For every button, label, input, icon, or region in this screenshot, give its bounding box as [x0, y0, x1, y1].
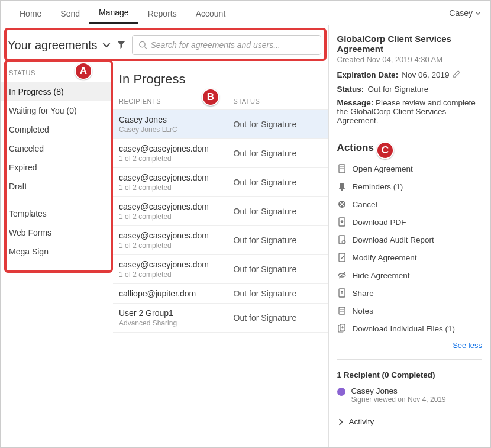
- audit-icon: [337, 235, 347, 244]
- agreement-list: In Progress RECIPIENTS STATUS Casey Jone…: [113, 62, 328, 447]
- action-share[interactable]: Share: [337, 284, 482, 302]
- recipient-main: casey@caseyjones.dom: [119, 231, 234, 240]
- recipient-main: Casey Jones: [119, 115, 234, 124]
- row-status: Out for Signature: [234, 120, 322, 129]
- action-label: Notes: [353, 307, 373, 315]
- sidebar-item-expired[interactable]: Expired: [1, 158, 113, 177]
- chevron-down-icon: [102, 41, 111, 49]
- actions-heading: Actions: [337, 142, 482, 154]
- top-nav: Home Send Manage Reports Account Casey: [1, 1, 490, 25]
- share-icon: [337, 288, 347, 298]
- recipient-main: User 2 Group1: [119, 308, 234, 318]
- search-field-wrap[interactable]: [132, 35, 321, 55]
- svg-rect-16: [339, 307, 345, 314]
- action-open-agreement[interactable]: Open Agreement: [337, 160, 482, 178]
- see-less-link[interactable]: See less: [337, 337, 482, 353]
- list-title: In Progress: [113, 67, 328, 91]
- sidebar-item-megasign[interactable]: Mega Sign: [1, 242, 113, 261]
- row-status: Out for Signature: [234, 236, 322, 245]
- action-hide-agreement[interactable]: Hide Agreement: [337, 266, 482, 284]
- cancel-icon: [337, 199, 347, 209]
- expiration-value: Nov 06, 2019: [402, 70, 449, 79]
- table-row[interactable]: calliope@jupiter.domOut for Signature: [113, 283, 328, 303]
- hide-icon: [337, 270, 347, 280]
- sidebar-item-webforms[interactable]: Web Forms: [1, 223, 113, 242]
- recipient-row[interactable]: Casey Jones Signer viewed on Nov 4, 2019: [337, 384, 482, 411]
- recipient-sub: 1 of 2 completed: [119, 183, 234, 192]
- filter-icon[interactable]: [117, 40, 126, 51]
- chevron-right-icon: [337, 418, 344, 426]
- action-label: Cancel: [353, 200, 377, 209]
- nav-reports[interactable]: Reports: [138, 2, 186, 24]
- search-icon: [138, 40, 147, 50]
- recipient-sub: Signer viewed on Nov 4, 2019: [351, 395, 446, 404]
- table-row[interactable]: casey@caseyjones.dom1 of 2 completedOut …: [113, 225, 328, 254]
- recipient-sub: 1 of 2 completed: [119, 154, 234, 163]
- recipient-sub: 1 of 2 completed: [119, 270, 234, 279]
- table-row[interactable]: casey@caseyjones.dom1 of 2 completedOut …: [113, 138, 328, 167]
- agreements-title: Your agreements: [8, 38, 98, 52]
- action-label: Open Agreement: [353, 165, 413, 173]
- recipient-dot-icon: [337, 388, 345, 396]
- row-status: Out for Signature: [234, 313, 322, 323]
- svg-point-0: [139, 41, 144, 47]
- user-name: Casey: [449, 8, 473, 18]
- svg-point-5: [341, 189, 343, 191]
- action-download-pdf[interactable]: Download PDF: [337, 213, 482, 231]
- nav-manage[interactable]: Manage: [89, 1, 138, 24]
- nav-send[interactable]: Send: [51, 2, 89, 24]
- action-label: Modify Agreement: [353, 253, 417, 262]
- recipient-sub: Casey Jones LLrC: [119, 125, 234, 134]
- recipient-main: calliope@jupiter.dom: [119, 289, 234, 298]
- edit-expiration-icon[interactable]: [453, 70, 461, 80]
- message-label: Message:: [337, 98, 374, 107]
- action-notes[interactable]: Notes: [337, 302, 482, 320]
- sidebar-item-draft[interactable]: Draft: [1, 177, 113, 196]
- col-header-recipients: RECIPIENTS: [119, 98, 234, 105]
- modify-icon: [337, 253, 347, 262]
- search-input[interactable]: [150, 40, 314, 50]
- row-status: Out for Signature: [234, 207, 322, 216]
- user-menu[interactable]: Casey: [449, 8, 481, 18]
- recipient-sub: 1 of 2 completed: [119, 241, 234, 250]
- chevron-down-icon: [475, 10, 481, 16]
- sidebar-heading: STATUS: [1, 66, 113, 82]
- sidebar-item-waiting[interactable]: Waiting for You (0): [1, 101, 113, 120]
- recipient-main: casey@caseyjones.dom: [119, 173, 234, 182]
- row-status: Out for Signature: [234, 265, 322, 274]
- action-modify-agreement[interactable]: Modify Agreement: [337, 249, 482, 266]
- sidebar-item-completed[interactable]: Completed: [1, 120, 113, 139]
- action-download-individual-files-1-[interactable]: Download Individual Files (1): [337, 320, 482, 337]
- detail-panel: GlobalCorp Client Services Agreement Cre…: [328, 25, 490, 447]
- action-reminders-1-[interactable]: Reminders (1): [337, 178, 482, 195]
- table-row[interactable]: Casey JonesCasey Jones LLrCOut for Signa…: [113, 109, 328, 138]
- nav-home[interactable]: Home: [10, 2, 51, 24]
- activity-toggle[interactable]: Activity: [337, 411, 482, 432]
- status-label: Status:: [337, 85, 364, 94]
- action-label: Hide Agreement: [353, 271, 410, 280]
- table-row[interactable]: casey@caseyjones.dom1 of 2 completedOut …: [113, 196, 328, 225]
- action-cancel[interactable]: Cancel: [337, 195, 482, 213]
- sidebar-item-in-progress[interactable]: In Progress (8): [1, 82, 113, 101]
- recipient-sub: 1 of 2 completed: [119, 212, 234, 221]
- col-header-status: STATUS: [234, 98, 322, 105]
- action-download-audit-report[interactable]: Download Audit Report: [337, 231, 482, 249]
- table-row[interactable]: User 2 Group1Advanced SharingOut for Sig…: [113, 303, 328, 333]
- sidebar-item-templates[interactable]: Templates: [1, 204, 113, 223]
- recipient-summary: 1 Recipient (0 Completed): [337, 366, 482, 384]
- nav-account[interactable]: Account: [186, 2, 235, 24]
- sidebar-item-canceled[interactable]: Canceled: [1, 139, 113, 158]
- recipient-main: casey@caseyjones.dom: [119, 202, 234, 211]
- table-row[interactable]: casey@caseyjones.dom1 of 2 completedOut …: [113, 167, 328, 196]
- agreements-header: Your agreements: [1, 25, 328, 62]
- agreements-dropdown[interactable]: Your agreements: [8, 38, 111, 52]
- row-status: Out for Signature: [234, 289, 322, 298]
- bell-icon: [337, 182, 347, 191]
- status-sidebar: STATUS In Progress (8) Waiting for You (…: [1, 62, 113, 447]
- action-label: Reminders (1): [353, 182, 403, 191]
- recipient-name: Casey Jones: [351, 386, 446, 395]
- expiration-label: Expiration Date:: [337, 70, 399, 79]
- row-status: Out for Signature: [234, 178, 322, 187]
- table-row[interactable]: casey@caseyjones.dom1 of 2 completedOut …: [113, 254, 328, 283]
- notes-icon: [337, 306, 347, 315]
